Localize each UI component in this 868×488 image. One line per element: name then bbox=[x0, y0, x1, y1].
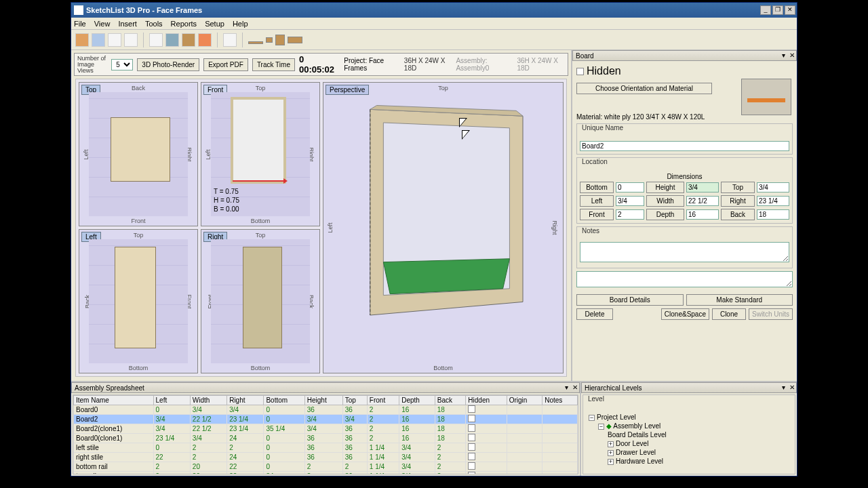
notes-input[interactable] bbox=[580, 242, 789, 262]
hidden-check[interactable] bbox=[468, 415, 475, 422]
col-header[interactable]: Top bbox=[342, 396, 367, 405]
menu-insert[interactable]: Insert bbox=[118, 20, 137, 28]
col-header[interactable]: Origin bbox=[507, 396, 542, 405]
expand-icon[interactable]: − bbox=[589, 415, 595, 421]
close-icon[interactable]: ✕ bbox=[789, 52, 795, 59]
menu-reports[interactable]: Reports bbox=[171, 20, 197, 28]
hidden-check[interactable] bbox=[468, 424, 475, 432]
hidden-check[interactable] bbox=[468, 434, 475, 441]
back-button[interactable]: Back bbox=[721, 209, 755, 220]
menu-file[interactable]: File bbox=[74, 20, 86, 28]
close-icon[interactable]: ✕ bbox=[572, 384, 578, 391]
vboard-icon[interactable] bbox=[198, 33, 212, 47]
col-header[interactable]: Height bbox=[304, 396, 342, 405]
swatch-h[interactable] bbox=[288, 37, 302, 43]
undo-icon[interactable] bbox=[108, 33, 121, 47]
expand-icon[interactable]: + bbox=[608, 441, 614, 447]
expand-icon[interactable]: + bbox=[608, 450, 614, 456]
table-row[interactable]: left stile022036361 1/43/42 bbox=[74, 443, 578, 453]
pin-icon[interactable]: ▾ bbox=[565, 384, 568, 391]
table-row[interactable]: top rail22022342361 1/43/42 bbox=[74, 472, 578, 475]
col-header[interactable]: Bottom bbox=[264, 396, 304, 405]
front-input[interactable] bbox=[616, 209, 644, 220]
swatch-thin[interactable] bbox=[248, 41, 263, 44]
table-row[interactable]: Board003/43/40363621618 bbox=[74, 405, 578, 415]
photo-render-button[interactable]: 3D Photo-Render bbox=[137, 58, 199, 71]
expand-icon[interactable]: + bbox=[608, 459, 614, 465]
minimize-button[interactable]: _ bbox=[760, 5, 771, 15]
top-input[interactable] bbox=[757, 182, 789, 192]
col-header[interactable]: Right bbox=[227, 396, 264, 405]
col-header[interactable]: Front bbox=[367, 396, 399, 405]
bottom-input[interactable] bbox=[616, 182, 644, 192]
col-header[interactable]: Left bbox=[153, 396, 190, 405]
hidden-checkbox[interactable] bbox=[576, 68, 584, 75]
grid-icon[interactable] bbox=[223, 33, 237, 47]
col-header[interactable]: Item Name bbox=[74, 396, 154, 405]
height-button[interactable]: Height bbox=[646, 182, 684, 193]
viewport-front[interactable]: Front Top Bottom Left Right T = 0.75 H =… bbox=[201, 82, 320, 226]
front-button[interactable]: Front bbox=[580, 209, 614, 220]
circle-icon[interactable] bbox=[149, 33, 163, 47]
track-time-button[interactable]: Track Time bbox=[252, 58, 295, 71]
swatch-sq[interactable] bbox=[266, 37, 273, 43]
swatch-v[interactable] bbox=[275, 35, 285, 45]
depth-button[interactable]: Depth bbox=[646, 209, 684, 220]
col-header[interactable]: Back bbox=[435, 396, 466, 405]
board-details-button[interactable]: Board Details bbox=[576, 294, 684, 306]
top-button[interactable]: Top bbox=[721, 182, 755, 193]
col-header[interactable]: Width bbox=[190, 396, 226, 405]
choose-orientation-button[interactable]: Choose Orientation and Material bbox=[576, 83, 712, 94]
extra-input[interactable] bbox=[576, 271, 793, 287]
height-input[interactable] bbox=[686, 182, 719, 192]
width-button[interactable]: Width bbox=[646, 195, 684, 207]
depth-input[interactable] bbox=[686, 209, 719, 220]
redo-icon[interactable] bbox=[124, 33, 138, 47]
clone-space-button[interactable]: Clone&Space bbox=[661, 308, 709, 320]
pin-icon[interactable]: ▾ bbox=[782, 52, 785, 59]
table-row[interactable]: right stile22224036361 1/43/42 bbox=[74, 453, 578, 462]
right-input[interactable] bbox=[757, 196, 789, 206]
menu-setup[interactable]: Setup bbox=[205, 20, 224, 28]
table-row[interactable]: bottom rail220220221 1/43/42 bbox=[74, 462, 578, 472]
hierarchy-tree[interactable]: −Project Level −◆ Assembly Level Board D… bbox=[586, 410, 792, 468]
export-pdf-button[interactable]: Export PDF bbox=[203, 58, 248, 71]
make-standard-button[interactable]: Make Standard bbox=[686, 294, 793, 306]
col-header[interactable]: Depth bbox=[399, 396, 435, 405]
menu-tools[interactable]: Tools bbox=[145, 20, 163, 28]
clone-button[interactable]: Clone bbox=[712, 308, 746, 320]
table-row[interactable]: Board2(clone1)3/422 1/223 1/435 1/43/436… bbox=[74, 424, 578, 434]
hidden-check[interactable] bbox=[468, 453, 475, 460]
bottom-button[interactable]: Bottom bbox=[580, 182, 614, 193]
viewport-left[interactable]: Left Top Bottom Back Front bbox=[79, 229, 198, 373]
tool-icon[interactable] bbox=[75, 33, 89, 47]
col-header[interactable]: Hidden bbox=[466, 396, 507, 405]
delete-button[interactable]: Delete bbox=[576, 308, 613, 320]
hidden-check[interactable] bbox=[468, 405, 475, 413]
col-header[interactable]: Notes bbox=[542, 396, 578, 405]
save-icon[interactable] bbox=[92, 33, 105, 47]
table-row[interactable]: Board0(clone1)23 1/43/4240363621618 bbox=[74, 434, 578, 443]
viewport-top[interactable]: Top Back Front Left Right bbox=[79, 82, 198, 226]
viewport-perspective[interactable]: Perspective Top Bottom Left Right bbox=[323, 82, 564, 373]
maximize-button[interactable]: ❐ bbox=[772, 5, 783, 15]
mode-icon[interactable] bbox=[165, 33, 179, 47]
right-button[interactable]: Right bbox=[721, 195, 755, 207]
table-row[interactable]: Board23/422 1/223 1/403/43/421618 bbox=[74, 415, 578, 424]
left-button[interactable]: Left bbox=[580, 195, 614, 207]
hidden-check[interactable] bbox=[468, 472, 475, 474]
hidden-check[interactable] bbox=[468, 443, 475, 451]
spreadsheet-table[interactable]: Item NameLeftWidthRightBottomHeightTopFr… bbox=[73, 395, 578, 474]
width-input[interactable] bbox=[686, 196, 719, 206]
close-button[interactable]: ✕ bbox=[785, 5, 795, 15]
left-input[interactable] bbox=[616, 196, 644, 206]
switch-units-button[interactable]: Switch Units bbox=[749, 308, 793, 320]
unique-name-input[interactable] bbox=[580, 141, 789, 151]
close-icon[interactable]: ✕ bbox=[789, 384, 795, 391]
pin-icon[interactable]: ▾ bbox=[782, 384, 785, 391]
back-input[interactable] bbox=[757, 209, 789, 220]
menu-view[interactable]: View bbox=[94, 20, 111, 28]
expand-icon[interactable]: − bbox=[598, 424, 604, 430]
hidden-check[interactable] bbox=[468, 462, 475, 470]
image-views-select[interactable]: 5 bbox=[111, 59, 133, 70]
